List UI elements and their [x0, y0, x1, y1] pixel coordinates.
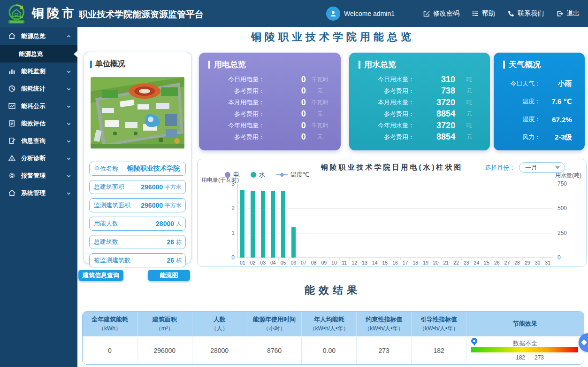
change-password-label: 修改密码 [433, 9, 459, 18]
column-header-line1: 引导性指标值 [420, 315, 457, 324]
stat-row-unit: 千瓦时 [306, 122, 334, 130]
column-header-line2: （kWh） [99, 325, 121, 333]
sidebar-item-alarm-management[interactable]: 报警管理 [0, 167, 77, 184]
pie-icon [8, 85, 16, 93]
app-title-city: 铜陵市 [32, 5, 77, 22]
sidebar-item-energy-publicity[interactable]: 能耗公示 [0, 97, 77, 115]
stat-row-label: 参考费用： [206, 133, 265, 141]
stat-row: 温度：7.6 ℃ [500, 93, 578, 110]
column-header-line2: （小时） [263, 325, 286, 333]
column-header-7: 节能效果 [466, 312, 584, 336]
unit-field-1: 总建筑面积296000平方米 [89, 180, 186, 194]
water-bar-day-02 [251, 191, 255, 258]
stat-row-value: 小雨 [541, 79, 572, 88]
warn-icon [8, 154, 16, 163]
field-label: 用能人数 [94, 219, 118, 228]
x-axis-tick [553, 258, 553, 260]
sidebar-item-label: 能源总览 [21, 32, 66, 40]
chevron-up-icon [66, 33, 72, 39]
user-avatar[interactable] [326, 7, 340, 21]
stat-row-value: 0 [265, 109, 306, 119]
x-axis-label-31: 31 [543, 260, 552, 265]
stat-row: 参考费用：8854元 [356, 109, 483, 120]
stat-row-label: 风力： [500, 133, 541, 141]
change-password-button[interactable]: 修改密码 [423, 9, 459, 18]
x-axis-label-05: 05 [279, 260, 288, 265]
x-axis-label-16: 16 [390, 260, 400, 265]
table-row: 02960002800087600.00273182数据不全182273 [83, 336, 584, 364]
stat-row-label: 本月用电量： [206, 98, 265, 107]
chevron-down-icon [555, 166, 560, 169]
sidebar-item-energy-overview[interactable]: 能源总览 [0, 27, 77, 45]
stat-row-unit: 千瓦时 [306, 76, 334, 84]
contact-us-button[interactable]: 联系我们 [507, 9, 544, 18]
x-axis-label-04: 04 [268, 260, 278, 265]
stat-row-unit: 吨 [455, 76, 483, 84]
x-axis-label-30: 30 [533, 260, 542, 265]
x-axis-label-23: 23 [462, 260, 471, 265]
month-select-label: 选择月份： [485, 164, 515, 172]
stat-row-value: 7.6 ℃ [541, 97, 572, 106]
campus-map-image [91, 77, 184, 148]
sidebar-item-info-query[interactable]: 信息查询 [0, 132, 77, 149]
stat-row-value: 67.2% [541, 116, 572, 124]
field-unit: 栋 [176, 257, 182, 265]
logout-label: 退出 [566, 9, 580, 18]
legend-label: 温度℃ [290, 171, 310, 179]
stat-row-label: 今年用电量： [206, 121, 265, 130]
sidebar-item-analysis-diagnosis[interactable]: 分析诊断 [0, 149, 77, 167]
x-axis-label-17: 17 [401, 260, 410, 265]
sidebar-item-efficiency-evaluation[interactable]: 能效评估 [0, 115, 77, 132]
column-header-4: 年人均能耗（kW•h/人•年） [302, 312, 357, 336]
x-axis-label-18: 18 [411, 260, 420, 265]
help-button[interactable]: 帮助 [472, 9, 495, 18]
month-select: 选择月份： 一月 [485, 162, 565, 173]
building-info-query-button[interactable]: 建筑信息查询 [78, 270, 123, 281]
sidebar-subitem-energy-overview-sub[interactable]: 能源总览 [0, 45, 77, 62]
stat-row: 湿度：67.2% [500, 110, 578, 128]
logout-button[interactable]: 退出 [556, 9, 580, 18]
x-axis-label-14: 14 [370, 260, 380, 265]
stat-row-label: 温度： [500, 97, 541, 106]
contact-us-label: 联系我们 [518, 9, 544, 18]
unit-field-3: 用能人数28000人 [89, 217, 186, 231]
y-axis-line [237, 184, 238, 258]
welcome-text: Welcome admin1 [344, 10, 395, 17]
electricity-overview-card: 用电总览 今日用电量：0千瓦时参考费用：0元本月用电量：0千瓦时参考费用：0元今… [199, 53, 341, 150]
stat-row-value: 0 [265, 121, 306, 131]
unit-overview-title: 单位概况 [90, 59, 191, 69]
list-icon [472, 10, 479, 17]
doc-icon [8, 119, 16, 128]
stat-row-label: 参考费用： [356, 87, 414, 95]
sidebar-item-label: 报警管理 [21, 172, 66, 180]
stat-row: 参考费用：0元 [206, 86, 334, 97]
field-label: 总建筑数 [94, 238, 118, 246]
sidebar-item-system-management[interactable]: 系统管理 [0, 184, 77, 202]
header: 铜陵市 职业技术学院能源资源监管平台 Welcome admin1 修改密码帮助… [0, 0, 588, 27]
stat-row-unit: 元 [455, 87, 483, 95]
weather-overview-title: 天气概况 [494, 53, 585, 70]
edit-icon [423, 10, 430, 17]
table-cell-2: 28000 [192, 337, 247, 364]
sidebar-item-energy-stats[interactable]: 能耗统计 [0, 80, 77, 97]
water-bar-day-05 [281, 191, 285, 258]
column-header-6: 引导性指标值（kW•h/人•年） [412, 312, 466, 336]
stat-row-value: 0 [265, 86, 306, 96]
x-axis-label-15: 15 [380, 260, 389, 265]
right-axis-tick: 0 [557, 254, 561, 261]
stat-row-value: 738 [414, 86, 455, 96]
sidebar-item-label: 信息查询 [21, 137, 66, 145]
app-title: 铜陵市 职业技术学院能源资源监管平台 [32, 5, 204, 22]
stat-row-value: 8854 [414, 132, 455, 142]
stat-row-label: 今日用电量： [206, 75, 265, 84]
energy-flow-diagram-button[interactable]: 能流图 [148, 270, 190, 281]
sidebar-item-energy-monitor[interactable]: 能耗监测 [0, 62, 77, 80]
stat-row-unit: 元 [455, 133, 483, 141]
x-axis-label-25: 25 [482, 260, 491, 265]
right-axis-tick: 500 [557, 205, 567, 211]
water-overview-title: 用水总览 [349, 53, 490, 70]
help-label: 帮助 [482, 9, 495, 18]
unit-overview-card: 单位概况 [84, 52, 191, 264]
stat-row: 今日用水量：310吨 [356, 74, 483, 86]
stat-row-value: 2-3级 [541, 133, 572, 142]
